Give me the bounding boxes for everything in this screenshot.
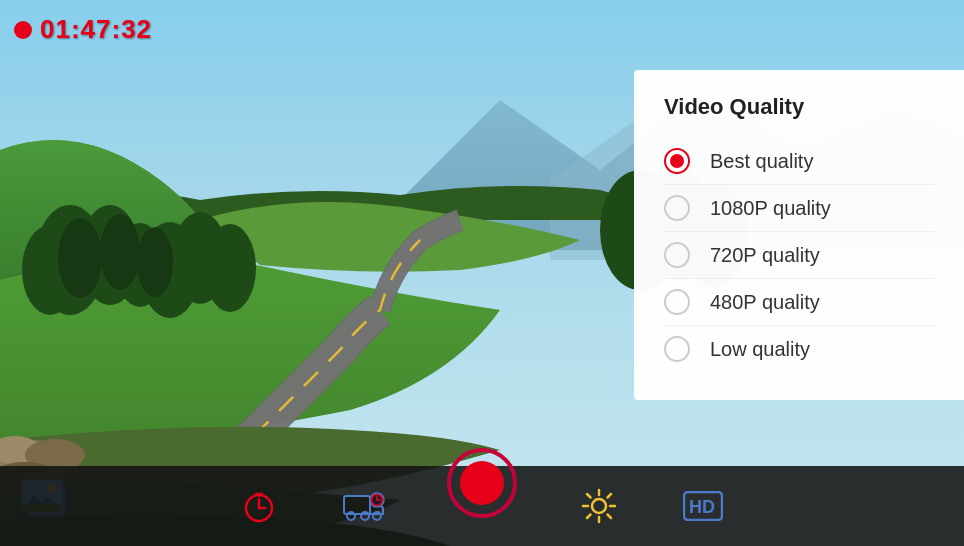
svg-point-10 [137,227,173,297]
record-button[interactable] [447,448,517,518]
timer-display: 01:47:32 [40,14,152,45]
timer-toolbar-button[interactable] [233,484,285,528]
quality-option-low[interactable]: Low quality [664,326,934,372]
svg-point-8 [58,218,102,298]
hd-toolbar-button[interactable]: HD [675,487,731,525]
quality-option-1080p[interactable]: 1080P quality [664,185,934,232]
record-button-container [447,448,517,518]
record-button-inner [460,461,504,505]
radio-480p [664,289,690,315]
svg-point-7 [204,224,256,312]
svg-line-43 [608,494,612,498]
quality-option-480p[interactable]: 480P quality [664,279,934,326]
delivery-toolbar-button[interactable] [335,486,393,526]
radio-best [664,148,690,174]
svg-line-44 [587,515,591,519]
quality-panel: Video Quality Best quality 1080P quality… [634,70,964,400]
radio-1080p [664,195,690,221]
brightness-toolbar-button[interactable] [573,484,625,528]
quality-option-720p[interactable]: 720P quality [664,232,934,279]
record-indicator-dot [14,21,32,39]
quality-panel-title: Video Quality [664,94,934,120]
svg-point-36 [592,499,606,513]
radio-inner-best [670,154,684,168]
svg-line-41 [587,494,591,498]
quality-label-low: Low quality [710,338,810,361]
quality-label-720p: 720P quality [710,244,820,267]
quality-label-480p: 480P quality [710,291,820,314]
svg-point-9 [100,214,140,290]
quality-label-best: Best quality [710,150,813,173]
radio-low [664,336,690,362]
svg-line-42 [608,515,612,519]
svg-text:HD: HD [689,497,715,517]
quality-option-best[interactable]: Best quality [664,138,934,185]
recording-timer: 01:47:32 [14,14,152,45]
radio-720p [664,242,690,268]
quality-label-1080p: 1080P quality [710,197,831,220]
